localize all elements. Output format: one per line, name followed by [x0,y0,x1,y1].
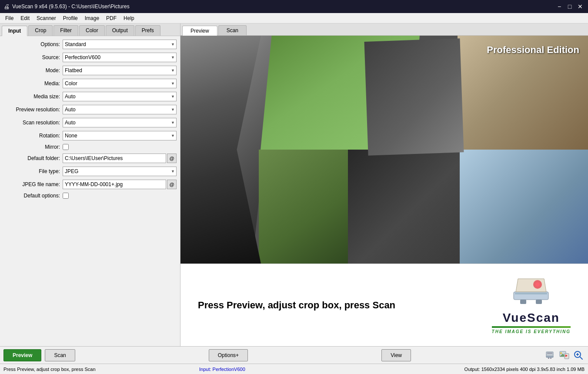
maximize-button[interactable]: □ [565,2,574,11]
file-type-label: File type: [3,168,60,174]
image-transfer-svg [559,350,570,361]
scan-resolution-row: Scan resolution: Auto 150 300 600 1200 [3,118,177,127]
vuescan-logo-name: VueScan [503,309,560,325]
preview-resolution-select[interactable]: Auto 75 150 300 [63,105,177,114]
jpeg-name-select[interactable]: YYYY-MM-DD-0001+.jpg [63,180,166,189]
photo-scanner-right [460,150,588,264]
default-folder-label: Default folder: [3,155,60,161]
source-label: Source: [3,54,60,60]
tab-prefs[interactable]: Prefs [135,25,160,36]
default-options-row: Default options: [3,193,177,199]
minimize-button[interactable]: − [555,2,564,11]
svg-point-4 [535,282,540,287]
menu-edit[interactable]: Edit [17,14,33,22]
default-folder-select[interactable]: C:\Users\IEUser\Pictures [63,154,166,163]
app-icon: 🖨 [3,3,10,10]
media-size-select-wrapper: Auto Letter A4 Legal [63,92,177,101]
file-type-select-wrapper: JPEG TIFF PNG PDF [63,167,177,176]
options-plus-button[interactable]: Options+ [209,349,248,361]
media-size-label: Media size: [3,94,60,100]
source-row: Source: PerfectionV600 Flatbed [3,53,177,62]
options-select-wrapper: Standard Advanced Professional [63,40,177,49]
preview-tab-bar: Preview Scan [180,23,588,36]
default-folder-row: Default folder: C:\Users\IEUser\Pictures… [3,154,177,163]
preview-resolution-label: Preview resolution: [3,107,60,113]
zoom-in-icon[interactable] [572,349,585,361]
scanner-svg-icon [511,277,551,309]
preview-resolution-row: Preview resolution: Auto 75 150 300 [3,105,177,114]
mode-select[interactable]: Flatbed Transparency ADF [63,66,177,75]
svg-rect-8 [547,353,552,354]
file-type-row: File type: JPEG TIFF PNG PDF [3,167,177,176]
form-area: Options: Standard Advanced Professional … [0,36,180,346]
scan-history-icon[interactable] [545,349,557,361]
window-controls: − □ ✕ [555,2,585,11]
menu-image[interactable]: Image [81,14,103,22]
titlebar: 🖨 VueScan 9 x64 (9.5.63) - C:\Users\IEUs… [0,0,588,13]
promo-text: Press Preview, adjust crop box, press Sc… [198,300,395,311]
mirror-checkbox[interactable] [63,144,69,150]
media-size-row: Media size: Auto Letter A4 Legal [3,92,177,101]
media-select[interactable]: Color Gray Black & White [63,79,177,88]
vuescan-logo: VueScan THE IMAGE IS EVERYTHING [492,277,571,334]
svg-rect-11 [550,357,551,359]
main-area: Input Crop Filter Color Output Prefs Opt… [0,23,588,346]
svg-line-20 [580,357,582,359]
menu-pdf[interactable]: PDF [103,14,120,22]
zoom-in-svg [573,350,584,361]
svg-rect-5 [520,300,526,304]
tab-output[interactable]: Output [106,25,134,36]
scan-history-svg [545,350,556,361]
bottom-icon-group [545,349,585,361]
pro-edition-overlay: Professional Edition [487,44,579,56]
default-folder-input-group: C:\Users\IEUser\Pictures @ [63,154,177,163]
mode-row: Mode: Flatbed Transparency ADF [3,66,177,75]
jpeg-name-row: JPEG file name: YYYY-MM-DD-0001+.jpg @ [3,180,177,189]
preview-button[interactable]: Preview [3,349,41,361]
menu-help[interactable]: Help [120,14,138,22]
rotation-label: Rotation: [3,133,60,139]
default-folder-at-button[interactable]: @ [167,154,177,163]
scan-button[interactable]: Scan [45,349,75,361]
jpeg-name-label: JPEG file name: [3,181,60,187]
scan-res-select-wrapper: Auto 150 300 600 1200 [63,118,177,127]
left-tab-bar: Input Crop Filter Color Output Prefs [0,23,180,36]
rotation-select[interactable]: None 90 CW 90 CCW 180 [63,131,177,140]
default-options-checkbox[interactable] [63,193,69,199]
file-type-select[interactable]: JPEG TIFF PNG PDF [63,167,177,176]
preview-content: Professional Edition [180,36,588,264]
media-size-select[interactable]: Auto Letter A4 Legal [63,92,177,101]
status-left: Press Preview, adjust crop box, press Sc… [3,367,199,372]
view-button[interactable]: View [381,349,411,361]
image-transfer-icon[interactable] [558,349,571,361]
collage: Professional Edition [180,36,588,264]
menu-file[interactable]: File [2,14,17,22]
mirror-label: Mirror: [3,144,60,150]
tab-color[interactable]: Color [79,25,105,36]
preview-tab-scan[interactable]: Scan [218,25,247,35]
options-select[interactable]: Standard Advanced Professional [63,40,177,49]
media-row: Media: Color Gray Black & White [3,79,177,88]
left-panel: Input Crop Filter Color Output Prefs Opt… [0,23,180,346]
status-mid: Input: PerfectionV600 [199,367,411,372]
tab-crop[interactable]: Crop [28,25,53,36]
promo-area: Press Preview, adjust crop box, press Sc… [180,264,588,346]
scan-resolution-select[interactable]: Auto 150 300 600 1200 [63,118,177,127]
close-button[interactable]: ✕ [576,2,585,11]
right-panel: Preview Scan [180,23,588,346]
window-title: VueScan 9 x64 (9.5.63) - C:\Users\IEUser… [12,3,130,10]
default-options-label: Default options: [3,193,60,199]
status-bar: Press Preview, adjust crop box, press Sc… [0,364,588,374]
source-select[interactable]: PerfectionV600 Flatbed [63,53,177,62]
jpeg-name-input-group: YYYY-MM-DD-0001+.jpg @ [63,180,177,189]
svg-rect-1 [515,293,547,294]
tab-input[interactable]: Input [2,26,27,36]
bottom-bar: Preview Scan Options+ View [0,346,588,364]
menu-scanner[interactable]: Scanner [33,14,60,22]
menu-profile[interactable]: Profile [60,14,81,22]
preview-tab-preview[interactable]: Preview [182,26,217,36]
svg-rect-9 [546,356,553,357]
mode-select-wrapper: Flatbed Transparency ADF [63,66,177,75]
jpeg-name-at-button[interactable]: @ [167,180,177,189]
tab-filter[interactable]: Filter [53,25,78,36]
